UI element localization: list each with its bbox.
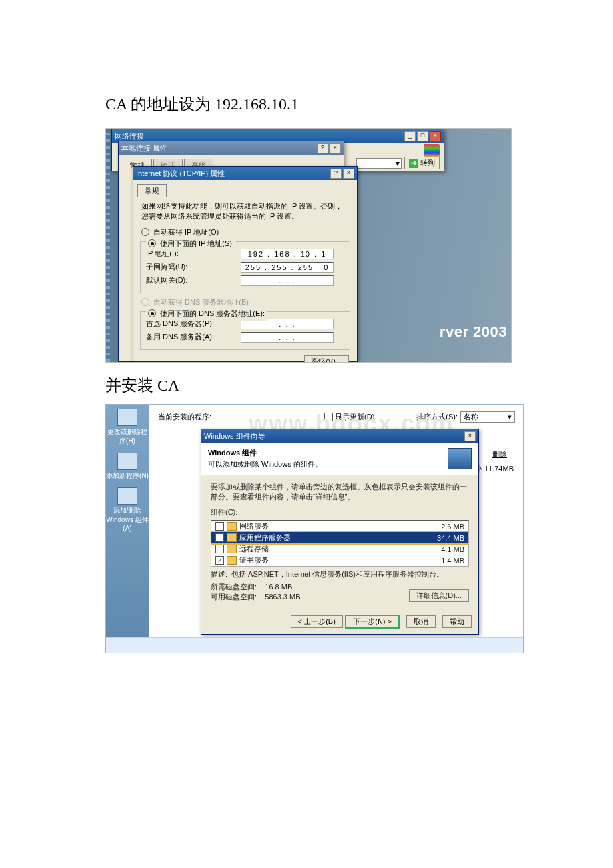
component-icon — [227, 522, 237, 531]
details-button[interactable]: 详细信息(D)... — [409, 589, 469, 602]
component-row[interactable]: 应用程序服务器34.4 MB — [211, 532, 468, 543]
component-name: 远程存储 — [239, 544, 269, 554]
component-icon — [227, 556, 237, 565]
component-size: 4.1 MB — [441, 545, 464, 553]
sort-label: 排序方式(S): — [416, 412, 458, 422]
left-edge-decoration — [106, 129, 110, 362]
wizard-header-icon — [448, 448, 472, 469]
radio-dot-on — [148, 309, 156, 317]
radio-auto-dns: 自动获得 DNS 服务器地址(B) — [141, 297, 349, 307]
component-row[interactable]: 网络服务2.6 MB — [211, 521, 468, 532]
address-combo[interactable]: ▾ — [356, 158, 402, 169]
component-name: 网络服务 — [239, 521, 269, 531]
footer-bar — [106, 637, 523, 653]
component-size: 2.6 MB — [441, 523, 464, 531]
radio-auto-ip[interactable]: 自动获得 IP 地址(O) — [141, 227, 349, 237]
help-button[interactable]: ? — [317, 143, 328, 153]
windows-server-brand-text: rver 2003 — [440, 323, 507, 341]
radio-dot — [141, 228, 149, 236]
add-win-icon — [117, 487, 137, 505]
wizard-head-sub: 可以添加或删除 Windows 的组件。 — [208, 460, 322, 468]
screenshot-network: 网络连接 _ □ × ▾ ➔转到 本地连接 属性 ? × — [105, 128, 512, 363]
sort-select[interactable]: 名称▾ — [460, 411, 515, 423]
go-button[interactable]: ➔转到 — [404, 157, 440, 169]
minimize-button[interactable]: _ — [404, 131, 416, 141]
label-adns: 备用 DNS 服务器(A): — [146, 332, 233, 342]
subnet-mask-input[interactable]: 255 . 255 . 255 . 0 — [241, 262, 334, 273]
radio-use-ip[interactable]: 使用下面的 IP 地址(S): — [148, 239, 234, 249]
radio-use-dns[interactable]: 使用下面的 DNS 服务器地址(E): — [148, 309, 265, 319]
help-button[interactable]: 帮助 — [442, 615, 472, 628]
network-connections-title: 网络连接 — [115, 131, 144, 141]
close-button[interactable]: × — [330, 143, 341, 153]
component-row[interactable]: 远程存储4.1 MB — [211, 543, 468, 555]
tab-general[interactable]: 常规 — [137, 184, 167, 197]
close-button[interactable]: × — [464, 431, 476, 441]
need-label: 所需磁盘空间: — [211, 583, 257, 591]
change-remove-icon — [117, 409, 137, 426]
tcpip-title: Internet 协议 (TCP/IP) 属性 — [136, 169, 225, 179]
components-label: 组件(C): — [211, 507, 469, 517]
show-updates-checkbox[interactable] — [324, 413, 333, 421]
desc-text: 包括 ASP.NET，Internet 信息服务(IIS)和应用程序服务器控制台… — [231, 569, 469, 579]
radio-dot-on — [148, 239, 156, 247]
component-checkbox[interactable] — [215, 556, 224, 565]
label-gateway: 默认网关(D): — [146, 275, 233, 285]
local-connection-title: 本地连接 属性 — [121, 143, 167, 153]
close-button[interactable]: × — [430, 131, 441, 141]
close-button[interactable]: × — [343, 169, 354, 179]
tcpip-info-text: 如果网络支持此功能，则可以获取自动指派的 IP 设置。否则，您需要从网络系统管理… — [133, 197, 357, 225]
component-row[interactable]: 证书服务1.4 MB — [211, 555, 468, 566]
back-button[interactable]: < 上一步(B) — [291, 615, 343, 628]
radio-dot-disabled — [141, 298, 149, 306]
component-name: 证书服务 — [239, 555, 269, 565]
go-arrow-icon: ➔ — [409, 159, 418, 168]
component-checkbox[interactable] — [215, 533, 224, 542]
currently-installed-label: 当前安装的程序: — [158, 412, 211, 422]
component-name: 应用程序服务器 — [239, 533, 291, 543]
component-row[interactable]: 0.0 MB — [211, 566, 468, 567]
wizard-header: Windows 组件 可以添加或删除 Windows 的组件。 — [201, 443, 478, 475]
component-checkbox[interactable] — [215, 545, 224, 553]
component-size: 34.4 MB — [437, 534, 464, 542]
add-new-icon — [117, 453, 137, 470]
next-button[interactable]: 下一步(N) > — [345, 615, 400, 629]
desc-label: 描述: — [211, 569, 227, 579]
free-label: 可用磁盘空间: — [211, 593, 257, 601]
help-button[interactable]: ? — [330, 169, 342, 179]
wizard-head-bold: Windows 组件 — [208, 448, 322, 458]
label-mask: 子网掩码(U): — [146, 262, 233, 272]
local-connection-titlebar: 本地连接 属性 ? × — [119, 141, 344, 155]
component-checkbox[interactable] — [215, 522, 224, 531]
windows-components-wizard: Windows 组件向导 × Windows 组件 可以添加或删除 Window… — [201, 429, 479, 635]
screenshot-add-remove: 更改或删除程序(H) 添加新程序(N) 添加/删除 Windows 组件(A) … — [105, 404, 524, 653]
component-size: 1.4 MB — [441, 557, 464, 565]
show-updates-label: 显示更新(D) — [335, 412, 374, 422]
side-change-remove[interactable]: 更改或删除程序(H) — [106, 409, 149, 446]
alt-dns-input[interactable]: . . . — [241, 332, 334, 343]
windows-flag-icon — [424, 144, 440, 157]
wizard-titlebar: Windows 组件向导 × — [201, 429, 478, 443]
side-add-new[interactable]: 添加新程序(N) — [106, 453, 149, 481]
ip-address-input[interactable]: 192 . 168 . 10 . 1 — [241, 249, 334, 259]
delete-link[interactable]: 删除 — [486, 449, 514, 460]
component-icon — [227, 533, 237, 542]
main-area: www.bdocx.com 当前安装的程序: 显示更新(D) 排序方式(S): … — [149, 405, 523, 653]
component-icon — [227, 545, 237, 553]
tcpip-properties-window: Internet 协议 (TCP/IP) 属性 ? × 常规 如果网络支持此功能… — [133, 166, 358, 362]
gateway-input[interactable]: . . . — [241, 275, 334, 286]
doc-heading-2: 并安装 CA — [105, 375, 508, 396]
tcpip-titlebar: Internet 协议 (TCP/IP) 属性 ? × — [133, 167, 357, 180]
components-list[interactable]: 网络服务2.6 MB应用程序服务器34.4 MB远程存储4.1 MB证书服务1.… — [211, 520, 469, 567]
doc-heading-1: CA 的地址设为 192.168.10.1 — [105, 93, 508, 115]
side-add-windows-components[interactable]: 添加/删除 Windows 组件(A) — [106, 487, 149, 532]
chevron-down-icon: ▾ — [508, 413, 512, 421]
free-val: 5863.3 MB — [265, 593, 300, 601]
wizard-title: Windows 组件向导 — [204, 431, 265, 441]
side-panel: 更改或删除程序(H) 添加新程序(N) 添加/删除 Windows 组件(A) — [106, 405, 149, 653]
cancel-button[interactable]: 取消 — [406, 615, 436, 628]
advanced-button[interactable]: 高级(V)... — [304, 355, 349, 363]
need-val: 16.8 MB — [265, 583, 292, 591]
maximize-button[interactable]: □ — [417, 131, 428, 141]
wizard-instruction: 要添加或删除某个组件，请单击旁边的复选框。灰色框表示只会安装该组件的一部分。要查… — [211, 482, 469, 502]
